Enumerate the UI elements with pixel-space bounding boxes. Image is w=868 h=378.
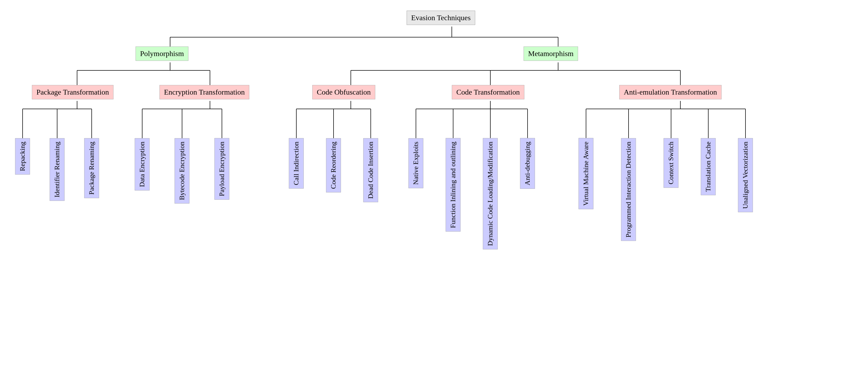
dynamic-code-node: Dynamic Code Loading/Modification (476, 138, 505, 249)
metamorphism-label: Metamorphism (524, 46, 578, 61)
anti-emulation-label: Anti-emulation Transformation (619, 85, 721, 99)
code-reordering-label: Code Reordering (326, 138, 341, 192)
anti-debugging-node: Anti-debugging (513, 138, 542, 189)
native-exploits-node: Native Exploits (401, 138, 431, 188)
polymorphism-label: Polymorphism (135, 46, 188, 61)
payload-encryption-node: Payload Encryption (207, 138, 237, 200)
unaligned-vectorization-label: Unaligned Vectorization (738, 138, 753, 212)
package-transform-node: Package Transformation (32, 85, 114, 99)
encryption-transform-label: Encryption Transformation (159, 85, 249, 99)
metamorphism-node: Metamorphism (524, 46, 578, 61)
identifier-renaming-label: Identifier Renaming (50, 138, 65, 201)
package-renaming-node: Package Renaming (77, 138, 106, 198)
data-encryption-label: Data Encryption (135, 138, 150, 190)
code-transform-label: Code Transformation (452, 85, 524, 99)
call-indirection-node: Call Indirection (282, 138, 311, 189)
payload-encryption-label: Payload Encryption (215, 138, 229, 200)
identifier-renaming-node: Identifier Renaming (42, 138, 72, 201)
encryption-transform-node: Encryption Transformation (159, 85, 249, 99)
repacking-label: Repacking (15, 138, 30, 175)
root-node: Evasion Techniques (407, 11, 475, 25)
tree-diagram: Evasion Techniques Polymorphism Metamorp… (0, 0, 868, 378)
code-reordering-node: Code Reordering (319, 138, 348, 192)
context-switch-label: Context Switch (663, 138, 679, 188)
native-exploits-label: Native Exploits (408, 138, 423, 188)
programmed-interaction-label: Programmed Interaction Detection (621, 138, 636, 241)
context-switch-node: Context Switch (656, 138, 686, 188)
call-indirection-label: Call Indirection (289, 138, 304, 189)
code-obfuscation-label: Code Obfuscation (312, 85, 375, 99)
vm-aware-label: Virtual Machine Aware (579, 138, 593, 209)
root-label: Evasion Techniques (407, 11, 475, 25)
unaligned-vectorization-node: Unaligned Vectorization (731, 138, 760, 212)
dead-code-insertion-label: Dead Code Insertion (363, 138, 378, 202)
function-inlining-node: Function Inlining and outlining (438, 138, 468, 232)
translation-cache-label: Translation Cache (701, 138, 716, 195)
polymorphism-node: Polymorphism (135, 46, 188, 61)
code-transform-node: Code Transformation (452, 85, 524, 99)
bytecode-encryption-label: Bytecode Encryption (175, 138, 189, 203)
code-obfuscation-node: Code Obfuscation (312, 85, 375, 99)
dynamic-code-label: Dynamic Code Loading/Modification (483, 138, 498, 249)
vm-aware-node: Virtual Machine Aware (571, 138, 601, 209)
anti-emulation-node: Anti-emulation Transformation (619, 85, 721, 99)
translation-cache-node: Translation Cache (694, 138, 723, 195)
repacking-node: Repacking (8, 138, 37, 175)
dead-code-insertion-node: Dead Code Insertion (356, 138, 385, 202)
data-encryption-node: Data Encryption (128, 138, 157, 190)
programmed-interaction-node: Programmed Interaction Detection (614, 138, 643, 241)
bytecode-encryption-node: Bytecode Encryption (167, 138, 197, 203)
function-inlining-label: Function Inlining and outlining (446, 138, 461, 232)
package-renaming-label: Package Renaming (84, 138, 99, 198)
anti-debugging-label: Anti-debugging (520, 138, 535, 189)
package-transform-label: Package Transformation (32, 85, 114, 99)
